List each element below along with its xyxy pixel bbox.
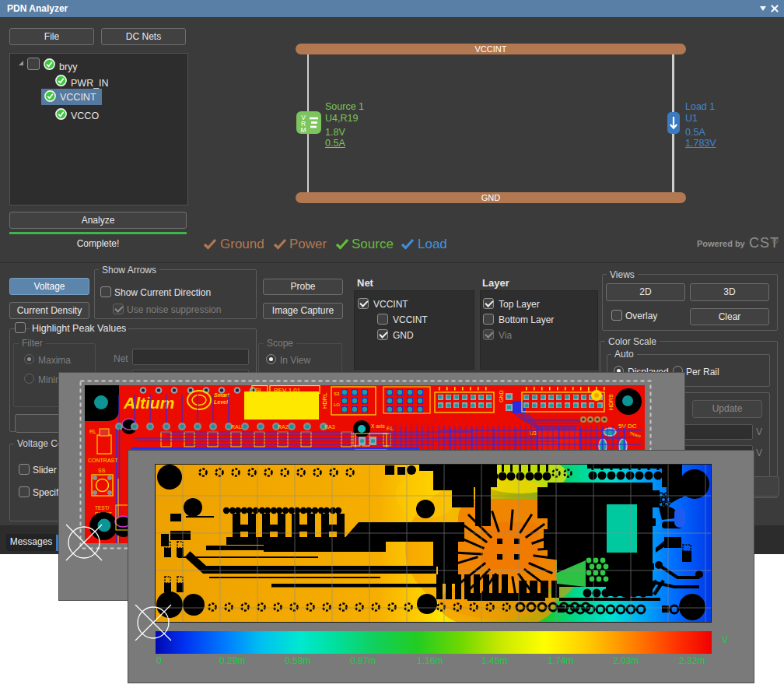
svg-text:HDR9: HDR9 [607,395,614,410]
svg-text:RAL: RAL [231,424,242,430]
svg-text:SS: SS [98,468,106,473]
svg-text:Smart: Smart [214,392,230,398]
svg-text:5V DC: 5V DC [618,423,637,430]
svg-text:S3: S3 [334,391,340,396]
svg-text:REV 1.01: REV 1.01 [274,387,301,394]
svg-text:HDRL: HDRL [321,393,328,409]
svg-text:RL: RL [89,429,96,434]
svg-text:RA3: RA3 [324,424,335,430]
svg-text:SL: SL [255,387,263,394]
svg-text:GND: GND [499,390,504,402]
svg-text:Level: Level [214,399,229,405]
svg-text:RL: RL [387,426,394,431]
svg-text:RA2: RA2 [278,424,289,430]
svg-text:X axis: X axis [371,423,385,429]
svg-text:M: M [300,126,306,134]
svg-text:LO: LO [334,402,340,407]
svg-text:U3: U3 [530,430,537,436]
svg-text:CONTRAST: CONTRAST [88,458,118,463]
svg-text:TEST/: TEST/ [95,505,110,511]
svg-text:+: + [587,388,590,394]
